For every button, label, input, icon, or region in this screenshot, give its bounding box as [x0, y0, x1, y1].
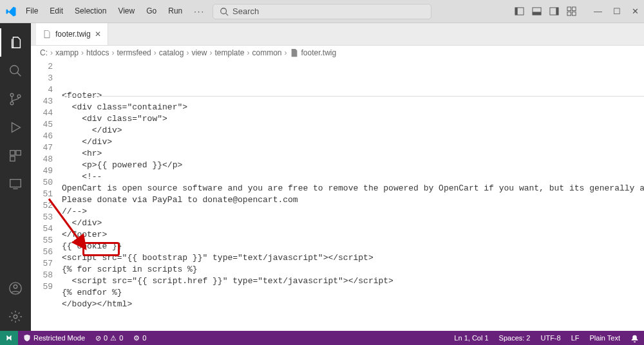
svg-rect-18	[16, 151, 21, 155]
code-content[interactable]: <footer> <div class="container"> <div cl…	[62, 60, 644, 331]
layout-sidebar-right-icon[interactable]	[549, 6, 559, 16]
breadcrumb-seg[interactable]: catalog	[159, 48, 184, 57]
svg-point-15	[10, 102, 14, 105]
status-eol[interactable]: LF	[566, 334, 585, 342]
line-number: 51	[31, 189, 53, 200]
breadcrumb-seg[interactable]: termsfeed	[117, 48, 151, 57]
code-line[interactable]: {% for script in scripts %}	[62, 264, 644, 275]
svg-point-14	[10, 93, 14, 97]
breadcrumbs[interactable]: C:› xampp› htdocs› termsfeed› catalog› v…	[31, 46, 644, 60]
chevron-right-icon: ›	[209, 48, 212, 57]
layout-sidebar-left-icon[interactable]	[515, 6, 524, 16]
code-line[interactable]: </div>	[62, 136, 644, 148]
breadcrumb-seg[interactable]: C:	[40, 48, 48, 57]
code-line[interactable]: OpenCart is open source software and you…	[62, 183, 644, 194]
code-line[interactable]: <div class="container">	[62, 102, 644, 113]
window-minimize-icon[interactable]: —	[593, 6, 603, 16]
search-icon	[8, 64, 23, 78]
svg-line-1	[226, 13, 229, 15]
line-number: 45	[31, 119, 53, 131]
layout-panel-icon[interactable]	[532, 6, 542, 16]
breadcrumb-seg[interactable]: common	[252, 48, 282, 57]
menu-edit[interactable]: Edit	[46, 5, 67, 17]
tab-footer-twig[interactable]: footer.twig ✕	[36, 23, 108, 45]
status-ports-count: 0	[142, 334, 146, 342]
breadcrumb-seg[interactable]: htdocs	[86, 48, 109, 57]
extensions-icon	[8, 149, 23, 163]
line-number: 46	[31, 131, 53, 142]
line-number: 43	[31, 96, 53, 107]
svg-point-22	[14, 285, 17, 289]
code-line[interactable]: <script src="{{ script.href }}" type="te…	[62, 275, 644, 287]
activity-remote[interactable]	[0, 170, 31, 198]
activity-manage[interactable]	[0, 303, 31, 331]
status-ports[interactable]: ⚙0	[128, 334, 151, 342]
activity-bar	[0, 23, 31, 331]
code-line[interactable]: <div class="row">	[62, 113, 644, 125]
code-line[interactable]: {{ cookie }}	[62, 241, 644, 252]
status-restricted-mode[interactable]: Restricted Mode	[18, 334, 90, 342]
line-number: 57	[31, 258, 53, 270]
command-center-search[interactable]: Search	[213, 4, 431, 19]
code-line[interactable]	[62, 310, 644, 322]
code-line[interactable]: </footer>	[62, 229, 644, 241]
line-number: 52	[31, 200, 53, 212]
status-encoding[interactable]: UTF-8	[535, 334, 565, 342]
editor-area: footer.twig ✕ ◫ ··· C:› xampp› htdocs› t…	[31, 23, 644, 331]
chevron-right-icon: ›	[154, 48, 156, 57]
status-cursor-position[interactable]: Ln 1, Col 1	[449, 334, 493, 342]
activity-source-control[interactable]	[0, 85, 31, 113]
layout-customize-icon[interactable]	[567, 6, 576, 16]
workbench-body: footer.twig ✕ ◫ ··· C:› xampp› htdocs› t…	[0, 23, 644, 331]
remote-explorer-icon	[8, 177, 23, 191]
breadcrumb-seg[interactable]: xampp	[55, 48, 79, 57]
menu-selection[interactable]: Selection	[71, 5, 110, 17]
activity-extensions[interactable]	[0, 142, 31, 170]
status-notifications[interactable]	[625, 334, 644, 342]
branch-icon	[8, 92, 23, 106]
window-close-icon[interactable]: ✕	[630, 6, 640, 16]
code-line[interactable]: <p>{{ powered }}</p>	[62, 160, 644, 171]
remote-indicator[interactable]	[0, 331, 18, 345]
status-language-mode[interactable]: Plain Text	[585, 334, 626, 342]
menu-go[interactable]: Go	[142, 5, 160, 17]
code-line[interactable]: <!--	[62, 171, 644, 183]
activity-accounts[interactable]	[0, 274, 31, 303]
activity-search[interactable]	[0, 57, 31, 85]
text-editor[interactable]: 2344344454647484950515253545556575859 <f…	[31, 60, 644, 331]
menu-bar: File Edit Selection View Go Run ···	[22, 5, 209, 17]
bell-icon	[630, 334, 639, 342]
chevron-right-icon: ›	[50, 48, 53, 57]
breadcrumb-seg[interactable]: footer.twig	[301, 48, 337, 57]
code-line[interactable]: Please donate via PayPal to donate@openc…	[62, 194, 644, 206]
code-line[interactable]: </div>	[62, 125, 644, 136]
svg-rect-8	[567, 7, 571, 11]
breadcrumb-seg[interactable]: template	[214, 48, 244, 57]
breadcrumb-seg[interactable]: view	[191, 48, 207, 57]
account-icon	[8, 281, 23, 295]
activity-explorer[interactable]	[0, 28, 31, 57]
line-number: 50	[31, 177, 53, 189]
status-warnings-count: 0	[119, 334, 123, 342]
code-line[interactable]: {% endfor %}	[62, 287, 644, 299]
menu-run[interactable]: Run	[164, 5, 186, 17]
menu-file[interactable]: File	[22, 5, 42, 17]
code-line[interactable]: </body></html>	[62, 299, 644, 310]
svg-rect-7	[556, 8, 558, 15]
status-indentation[interactable]: Spaces: 2	[494, 334, 536, 342]
code-line[interactable]: <hr>	[62, 148, 644, 160]
menu-view[interactable]: View	[114, 5, 138, 17]
activity-run-debug[interactable]	[0, 113, 31, 142]
code-line[interactable]: </div>	[62, 218, 644, 229]
status-errors-count: 0	[104, 334, 108, 342]
code-line[interactable]: <script src="{{ bootstrap }}" type="text…	[62, 252, 644, 264]
twig-file-icon	[43, 30, 52, 39]
status-bar: Restricted Mode ⊘0 ⚠0 ⚙0 Ln 1, Col 1 Spa…	[0, 331, 644, 345]
search-icon	[220, 7, 229, 16]
code-line[interactable]: //-->	[62, 206, 644, 218]
menu-more-icon[interactable]: ···	[190, 5, 209, 17]
svg-rect-5	[533, 12, 541, 15]
window-maximize-icon[interactable]: ☐	[612, 6, 621, 16]
tab-close-icon[interactable]: ✕	[95, 30, 101, 39]
status-problems[interactable]: ⊘0 ⚠0	[90, 334, 128, 342]
